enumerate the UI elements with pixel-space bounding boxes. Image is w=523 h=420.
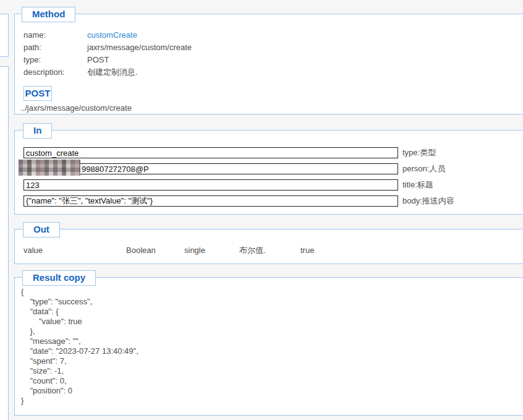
method-row-description: description: 创建定制消息.: [23, 66, 523, 79]
method-description-value: 创建定制消息.: [87, 66, 138, 79]
out-field-description: 布尔值.: [239, 246, 300, 255]
type-input-label: type:类型: [402, 147, 436, 158]
method-description-label: description:: [23, 66, 87, 79]
body-input[interactable]: [23, 195, 398, 207]
in-panel: In type:类型 person:人员 title:标题 body:推送内容: [14, 130, 523, 215]
in-panel-title: In: [23, 123, 52, 139]
method-name-link[interactable]: customCreate: [87, 29, 137, 41]
method-path-value: jaxrs/message/custom/create: [87, 41, 192, 54]
left-cropped-panel-bottom: [0, 66, 9, 420]
title-input-label: title:标题: [402, 179, 433, 191]
method-row-name: name: customCreate: [23, 29, 523, 41]
method-type-label: type:: [23, 54, 87, 66]
person-input-label: person:人员: [402, 163, 445, 174]
body-input-label: body:推送内容: [402, 195, 454, 207]
result-json: { "type": "success", "data": { "value": …: [21, 287, 523, 406]
result-panel: Result copy { "type": "success", "data":…: [14, 277, 523, 416]
method-type-value: POST: [87, 54, 109, 66]
post-execute-button[interactable]: POST: [23, 86, 52, 101]
out-field-name: value: [23, 246, 126, 255]
out-row: value Boolean single 布尔值. true: [15, 229, 523, 255]
method-panel: Method name: customCreate path: jaxrs/me…: [14, 14, 523, 114]
method-url: ../jaxrs/message/custom/create: [20, 103, 523, 113]
method-row-type: type: POST: [23, 54, 523, 66]
in-fields: type:类型 person:人员 title:标题 body:推送内容: [15, 131, 523, 207]
in-row-body: body:推送内容: [23, 195, 523, 207]
out-field-type: Boolean: [126, 246, 184, 255]
out-field-cardinality: single: [184, 246, 239, 255]
in-row-title: title:标题: [23, 179, 523, 191]
type-input[interactable]: [23, 147, 398, 158]
in-row-type: type:类型: [23, 147, 523, 158]
result-panel-title: Result copy: [22, 270, 96, 286]
method-rows: name: customCreate path: jaxrs/message/c…: [15, 14, 523, 79]
method-row-path: path: jaxrs/message/custom/create: [23, 41, 523, 54]
method-panel-title: Method: [22, 7, 75, 22]
method-name-label: name:: [23, 29, 87, 41]
left-cropped-panel-top: [0, 14, 9, 57]
in-row-person: person:人员: [23, 163, 523, 174]
out-field-value: true: [300, 246, 314, 255]
redaction-blur: [19, 160, 80, 176]
method-path-label: path:: [23, 41, 87, 54]
out-panel-title: Out: [23, 222, 60, 238]
title-input[interactable]: [23, 179, 398, 191]
out-panel: Out value Boolean single 布尔值. true: [14, 229, 523, 264]
